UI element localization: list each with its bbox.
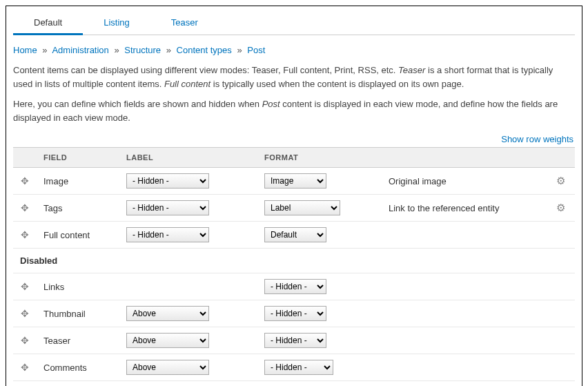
- header-field: FIELD: [37, 148, 119, 168]
- format-summary: Original image: [382, 168, 549, 195]
- breadcrumb-structure[interactable]: Structure: [124, 45, 161, 55]
- format-select[interactable]: - Hidden -: [264, 306, 326, 321]
- drag-handle-icon[interactable]: ✥: [20, 308, 30, 319]
- format-select[interactable]: - Hidden -: [264, 360, 333, 375]
- drag-handle-icon[interactable]: ✥: [20, 362, 30, 373]
- gear-icon[interactable]: ⚙: [556, 202, 565, 213]
- table-row: ✥ Tags - Hidden - Label Link to the refe…: [13, 195, 575, 222]
- label-select[interactable]: - Hidden -: [126, 173, 209, 189]
- label-select[interactable]: Above: [126, 360, 209, 375]
- label-select[interactable]: - Hidden -: [126, 200, 209, 215]
- drag-handle-icon[interactable]: ✥: [20, 202, 30, 213]
- drag-handle-icon[interactable]: ✥: [20, 175, 30, 186]
- label-select[interactable]: - Hidden -: [126, 227, 209, 242]
- format-summary: Link to the referenced entity: [382, 195, 549, 222]
- tab-listing[interactable]: Listing: [83, 12, 150, 35]
- field-name: Tags: [37, 195, 119, 222]
- table-row: ✥ Full content - Hidden - Default: [13, 222, 575, 249]
- format-select[interactable]: - Hidden -: [264, 333, 326, 348]
- label-select[interactable]: Above: [126, 306, 209, 321]
- header-label: LABEL: [119, 148, 257, 168]
- drag-handle-icon[interactable]: ✥: [20, 335, 30, 346]
- description: Content items can be displayed using dif…: [6, 61, 582, 131]
- field-name: Thumbnail: [37, 300, 119, 327]
- drag-handle-icon[interactable]: ✥: [20, 281, 30, 292]
- show-row-weights-link[interactable]: Show row weights: [501, 134, 574, 144]
- tab-default[interactable]: Default: [13, 12, 83, 35]
- table-row: ✥ Image - Hidden - Image Original image …: [13, 168, 575, 195]
- header-format: FORMAT: [257, 148, 382, 168]
- view-mode-tabs: Default Listing Teaser: [13, 12, 575, 35]
- format-select[interactable]: Default: [264, 227, 326, 242]
- breadcrumb-content-types[interactable]: Content types: [177, 45, 232, 55]
- table-row: ✥ Thumbnail Above - Hidden -: [13, 300, 575, 327]
- label-select[interactable]: Above: [126, 333, 209, 348]
- field-name: Image: [37, 168, 119, 195]
- table-row: ✥ Comments Above - Hidden -: [13, 354, 575, 381]
- tab-teaser[interactable]: Teaser: [150, 12, 219, 35]
- disabled-section-header: Disabled: [13, 249, 575, 273]
- field-name: Teaser: [37, 327, 119, 354]
- field-name: Comments: [37, 354, 119, 381]
- format-select[interactable]: Image: [264, 173, 326, 189]
- format-select[interactable]: Label: [264, 200, 340, 215]
- breadcrumb: Home » Administration » Structure » Cont…: [6, 35, 582, 61]
- field-display-table: FIELD LABEL FORMAT ✥ Image - Hidden - Im…: [13, 147, 575, 381]
- field-name: Links: [37, 273, 119, 300]
- breadcrumb-home[interactable]: Home: [13, 45, 37, 55]
- breadcrumb-admin[interactable]: Administration: [52, 45, 108, 55]
- table-row: ✥ Links - Hidden -: [13, 273, 575, 300]
- field-name: Full content: [37, 222, 119, 249]
- gear-icon[interactable]: ⚙: [556, 175, 565, 186]
- format-select[interactable]: - Hidden -: [264, 279, 326, 294]
- drag-handle-icon[interactable]: ✥: [20, 229, 30, 240]
- table-row: ✥ Teaser Above - Hidden -: [13, 327, 575, 354]
- breadcrumb-post[interactable]: Post: [247, 45, 265, 55]
